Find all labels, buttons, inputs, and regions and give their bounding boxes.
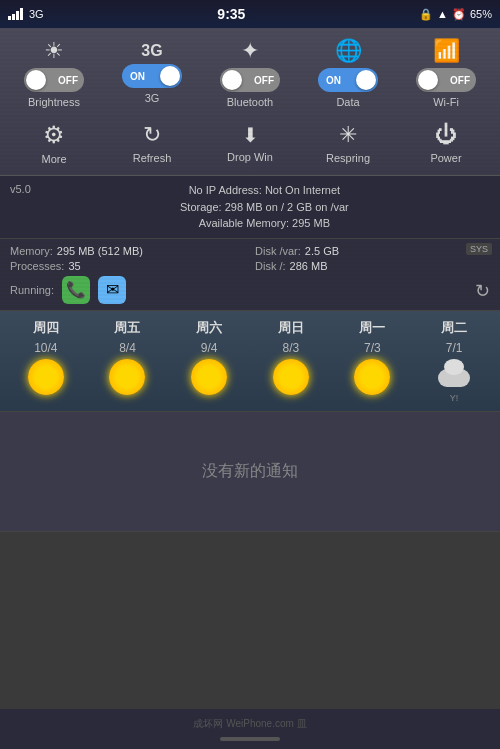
processes-key: Processes: (10, 260, 64, 272)
weather-day-3: 周日 (278, 319, 304, 337)
phone-app-icon[interactable]: 📞 (62, 276, 90, 304)
bluetooth-toggle[interactable]: OFF (220, 68, 280, 92)
3g-label: 3G (145, 92, 160, 104)
data-toggle-label: ON (326, 75, 341, 86)
time-display: 9:35 (217, 6, 245, 22)
battery-level: 65% (470, 8, 492, 20)
weather-icon-sun-0 (28, 359, 64, 395)
system-info-panel: SYS Memory: 295 MB (512 MB) Disk /var: 2… (0, 239, 500, 311)
more-gear-icon: ⚙ (43, 121, 65, 149)
diskvar-val: 2.5 GB (305, 245, 339, 257)
weather-item-0: 周四 10/4 (11, 319, 81, 403)
watermark-text: 成坏网 WeiPhone.com 皿 (193, 717, 306, 731)
weather-day-4: 周一 (359, 319, 385, 337)
respring-button[interactable]: ✳ Respring (308, 122, 388, 164)
brightness-toggle[interactable]: OFF (24, 68, 84, 92)
weather-day-1: 周五 (114, 319, 140, 337)
3g-icon: 3G (141, 42, 162, 60)
wifi-knob (418, 70, 438, 90)
info-line1: No IP Address: Not On Internet (39, 182, 490, 199)
info-line3: Available Memory: 295 MB (39, 215, 490, 232)
weather-item-3: 周日 8/3 (256, 319, 326, 403)
diskroot-val: 286 MB (290, 260, 328, 272)
bluetooth-toggle-item: ✦ OFF Bluetooth (210, 38, 290, 108)
weather-date-3: 8/3 (282, 341, 299, 355)
data-knob (356, 70, 376, 90)
power-label: Power (430, 152, 461, 164)
watermark: 成坏网 WeiPhone.com 皿 (8, 717, 492, 731)
power-icon: ⏻ (435, 122, 457, 148)
3g-toggle[interactable]: ON (122, 64, 182, 88)
brightness-label: Brightness (28, 96, 80, 108)
mail-app-icon[interactable]: ✉ (98, 276, 126, 304)
diskvar-key: Disk /var: (255, 245, 301, 257)
refresh-icon: ↻ (143, 122, 161, 148)
sys-row-2: Processes: 35 Disk /: 286 MB (10, 260, 490, 272)
more-button[interactable]: ⚙ More (14, 121, 94, 165)
bluetooth-label: Bluetooth (227, 96, 273, 108)
power-button[interactable]: ⏻ Power (406, 122, 486, 164)
weather-day-5: 周二 (441, 319, 467, 337)
weather-icon-sun-3 (273, 359, 309, 395)
yahoo-badge: Y! (450, 393, 459, 403)
brightness-knob (26, 70, 46, 90)
gps-icon: ▲ (437, 8, 448, 20)
weather-item-5: 周二 7/1 Y! (419, 319, 489, 403)
processes-val: 35 (68, 260, 80, 272)
memory-key: Memory: (10, 245, 53, 257)
weather-icon-sun-1 (109, 359, 145, 395)
wifi-toggle[interactable]: OFF (416, 68, 476, 92)
dropwin-button[interactable]: ⬇ Drop Win (210, 123, 290, 163)
weather-date-4: 7/3 (364, 341, 381, 355)
lock-icon: 🔒 (419, 8, 433, 21)
diskvar-col: Disk /var: 2.5 GB (255, 245, 490, 257)
weather-icon-cloud-5 (436, 359, 472, 387)
wifi-toggle-label: OFF (450, 75, 470, 86)
notification-area: 没有新的通知 (0, 412, 500, 532)
weather-icon-sun-2 (191, 359, 227, 395)
info-bar: v5.0 No IP Address: Not On Internet Stor… (0, 176, 500, 239)
weather-item-4: 周一 7/3 (337, 319, 407, 403)
dropwin-label: Drop Win (227, 151, 273, 163)
3g-toggle-item: 3G ON 3G (112, 42, 192, 104)
memory-val: 295 MB (512 MB) (57, 245, 143, 257)
status-left: 3G (8, 8, 44, 20)
weather-row: 周四 10/4 周五 8/4 周六 9/4 周日 8/3 周一 7/3 周二 7… (5, 319, 495, 403)
data-label: Data (336, 96, 359, 108)
memory-col: Memory: 295 MB (512 MB) (10, 245, 245, 257)
sys-row-1: Memory: 295 MB (512 MB) Disk /var: 2.5 G… (10, 245, 490, 257)
weather-item-2: 周六 9/4 (174, 319, 244, 403)
dropwin-icon: ⬇ (242, 123, 259, 147)
sys-badge: SYS (466, 243, 492, 255)
data-toggle-item: 🌐 ON Data (308, 38, 388, 108)
wifi-icon: 📶 (433, 38, 460, 64)
clock-icon: ⏰ (452, 8, 466, 21)
signal-bars-icon (8, 8, 23, 20)
refresh-button[interactable]: ↻ Refresh (112, 122, 192, 164)
diskroot-col: Disk /: 286 MB (255, 260, 490, 272)
weather-icon-sun-4 (354, 359, 390, 395)
weather-day-0: 周四 (33, 319, 59, 337)
wifi-label: Wi-Fi (433, 96, 459, 108)
info-text: No IP Address: Not On Internet Storage: … (39, 182, 490, 232)
weather-day-2: 周六 (196, 319, 222, 337)
bluetooth-toggle-label: OFF (254, 75, 274, 86)
brightness-icon: ☀ (44, 38, 64, 64)
bluetooth-icon: ✦ (241, 38, 259, 64)
sys-refresh-button[interactable]: ↻ (475, 280, 490, 302)
weather-panel: 周四 10/4 周五 8/4 周六 9/4 周日 8/3 周一 7/3 周二 7… (0, 311, 500, 412)
version-label: v5.0 (10, 182, 31, 195)
3g-toggle-label: ON (130, 71, 145, 82)
status-right: 🔒 ▲ ⏰ 65% (419, 8, 492, 21)
bluetooth-knob (222, 70, 242, 90)
running-key: Running: (10, 284, 54, 296)
control-panel: ☀ OFF Brightness 3G ON 3G ✦ OFF Bluetoot… (0, 28, 500, 176)
toggle-row: ☀ OFF Brightness 3G ON 3G ✦ OFF Bluetoot… (5, 38, 495, 108)
data-icon: 🌐 (335, 38, 362, 64)
respring-icon: ✳ (339, 122, 357, 148)
more-label: More (41, 153, 66, 165)
action-row: ⚙ More ↻ Refresh ⬇ Drop Win ✳ Respring ⏻… (5, 116, 495, 170)
weather-date-2: 9/4 (201, 341, 218, 355)
data-toggle[interactable]: ON (318, 68, 378, 92)
weather-date-1: 8/4 (119, 341, 136, 355)
